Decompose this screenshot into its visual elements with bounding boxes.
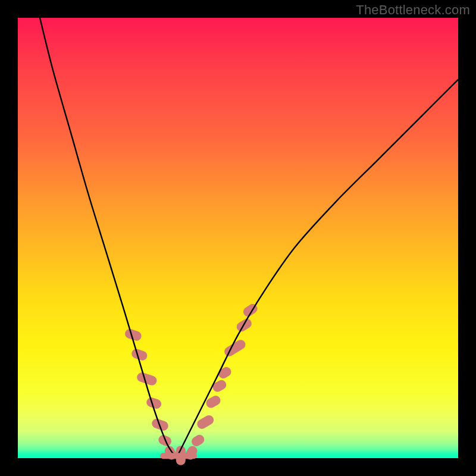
marker-group — [124, 302, 259, 465]
curve-svg — [18, 18, 458, 458]
watermark-text: TheBottleneck.com — [356, 2, 470, 18]
curve-marker — [211, 378, 228, 393]
curve-marker — [195, 414, 215, 431]
chart-frame: TheBottleneck.com — [0, 0, 476, 476]
bottleneck-curve-left — [40, 18, 176, 458]
plot-area — [18, 18, 458, 458]
curve-marker — [190, 433, 206, 448]
